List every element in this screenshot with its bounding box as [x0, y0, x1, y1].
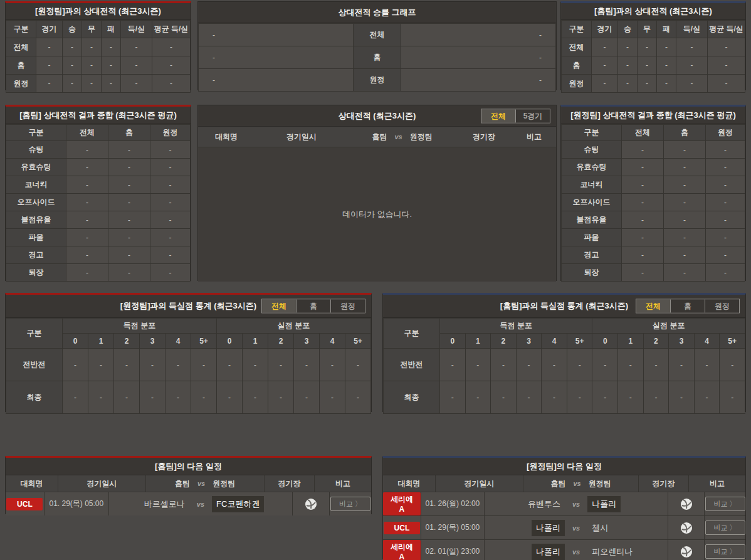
bin-header: 0	[440, 334, 466, 349]
stat-cell: -	[706, 264, 745, 282]
stat-cell: -	[465, 381, 491, 414]
stat-cell: -	[66, 176, 108, 194]
panel-goal-stats-vs-home: [홈팀]과의 득실점 통계 (최근3시즌) 전체 홈 원정 구분 득점 분포 실…	[382, 293, 746, 412]
table-row: 경고---	[562, 246, 745, 264]
soccer-ball-icon	[680, 546, 693, 558]
bin-header: 3	[140, 334, 165, 349]
table-row: 오프사이드---	[6, 194, 191, 211]
row-label: 홈	[354, 46, 401, 69]
stat-cell: -	[150, 141, 191, 159]
away-team: 피오렌티나	[587, 544, 668, 560]
stat-cell: -	[66, 194, 108, 211]
tab-away[interactable]: 원정	[330, 300, 365, 313]
tab-home[interactable]: 홈	[296, 300, 330, 313]
row-label: 볼점유율	[562, 211, 622, 229]
tab-all[interactable]: 전체	[636, 300, 670, 313]
match-datetime: 01. 29(목) 05:00	[45, 492, 109, 515]
compare-button[interactable]: 비교 〉	[330, 497, 370, 511]
bin-header: 0	[63, 334, 88, 349]
row-label: 퇴장	[562, 264, 622, 282]
col-header: 승	[618, 21, 638, 38]
stat-cell: -	[102, 75, 121, 93]
col-header-home: 홈팀	[372, 132, 387, 142]
tab-home[interactable]: 홈	[670, 300, 705, 313]
panel-schedule-away: [원정팀]의 다음 일정 대회명 경기일시 홈팀 vs 원정팀 경기장 비고 세…	[382, 456, 746, 559]
stat-cell: -	[592, 75, 618, 93]
panel-title-text: 상대전적 (최근3시즌)	[339, 111, 416, 120]
stat-cell: -	[66, 211, 108, 229]
panel-title: 상대전적 (최근3시즌) 전체 5경기	[198, 105, 556, 127]
col-header-datetime: 경기일시	[436, 475, 523, 492]
stat-cell: -	[320, 349, 345, 381]
match-teams: 나폴리 vs 첼시	[485, 516, 668, 539]
goal-stats-away-tab-group: 전체 홈 원정	[261, 299, 365, 314]
stat-cell: -	[706, 159, 745, 176]
table-row: 볼점유율---	[6, 211, 191, 229]
panel-title: [원정팀] 상대전적 결과 종합 (최근3시즌 평균)	[561, 107, 745, 124]
bin-header: 5+	[720, 334, 745, 349]
panel-title: 상대전적 승률 그래프	[198, 2, 556, 23]
tab-all[interactable]: 전체	[262, 300, 296, 313]
stat-cell: -	[592, 381, 618, 414]
stat-cell: -	[706, 141, 745, 159]
bin-header: 4	[542, 334, 567, 349]
stat-cell: -	[150, 176, 191, 194]
stat-cell: -	[618, 75, 638, 93]
bin-header: 2	[114, 334, 140, 349]
col-header: 패	[102, 21, 121, 38]
stat-cell: -	[152, 38, 191, 56]
panel-h2h-vs-away: [원정팀]과의 상대전적 (최근3시즌) 구분 경기 승 무 패 득/실 평균 …	[5, 1, 191, 90]
compare-button[interactable]: 비교 〉	[705, 520, 745, 535]
row-label: 슈팅	[6, 141, 66, 159]
stat-cell: -	[618, 56, 638, 75]
stat-cell: -	[643, 381, 669, 414]
stat-cell: -	[36, 75, 63, 93]
stat-cell: -	[108, 176, 150, 194]
match-teams: 나폴리 vs 피오렌티나	[485, 540, 668, 560]
match-teams: 유벤투스 vs 나폴리	[485, 492, 668, 515]
col-header: 홈	[108, 125, 150, 141]
row-label: 슈팅	[562, 141, 622, 159]
row-label: 원정	[562, 75, 592, 93]
compare-button[interactable]: 비교 〉	[705, 497, 745, 511]
stat-cell: -	[622, 141, 664, 159]
tab-away[interactable]: 원정	[705, 300, 739, 313]
tab-5games[interactable]: 5경기	[515, 109, 550, 122]
vs-label: vs	[572, 548, 580, 556]
panel-goal-stats-vs-away: [원정팀]과의 득실점 통계 (최근3시즌) 전체 홈 원정 구분 득점 분포 …	[5, 293, 372, 412]
col-header: 평균 득/실	[708, 21, 745, 38]
h2h-away-table: 구분 경기 승 무 패 득/실 평균 득/실 전체 - - - - - -	[6, 20, 191, 93]
table-row: 볼점유율---	[562, 211, 745, 229]
soccer-ball-icon	[680, 522, 693, 534]
tab-all[interactable]: 전체	[481, 109, 515, 122]
table-row: 코너킥---	[6, 176, 191, 194]
col-header-remark: 비고	[315, 475, 371, 492]
bin-header: 2	[643, 334, 669, 349]
table-row: 유효슈팅---	[6, 159, 191, 176]
stat-cell: -	[345, 381, 371, 414]
stat-cell: -	[622, 176, 664, 194]
stat-cell: -	[108, 194, 150, 211]
stat-cell: -	[638, 38, 657, 56]
bin-header: 1	[465, 334, 491, 349]
winrate-left-value: -	[199, 69, 354, 92]
compare-button[interactable]: 비교 〉	[705, 544, 745, 559]
row-label: 최종	[384, 381, 440, 414]
row-label: 전반전	[384, 349, 440, 381]
bin-header: 1	[618, 334, 644, 349]
table-row: 퇴장---	[6, 264, 191, 282]
stat-cell: -	[542, 381, 567, 414]
bin-header: 5+	[345, 334, 371, 349]
h2h-home-table: 구분 경기 승 무 패 득/실 평균 득/실 전체 - - - - - -	[561, 20, 745, 93]
table-row: - 원정 -	[199, 69, 556, 92]
league-badge: UCL	[6, 498, 43, 510]
bin-header: 3	[669, 334, 695, 349]
row-label: 코너킥	[6, 176, 66, 194]
stat-cell: -	[622, 246, 664, 264]
bin-header: 1	[243, 334, 268, 349]
home-team: 유벤투스	[485, 496, 565, 512]
stat-cell: -	[140, 381, 165, 414]
panel-title: [홈팀] 상대전적 결과 종합 (최근3시즌 평균)	[6, 107, 191, 124]
table-row: 유효슈팅---	[562, 159, 745, 176]
table-row: 코너킥---	[562, 176, 745, 194]
